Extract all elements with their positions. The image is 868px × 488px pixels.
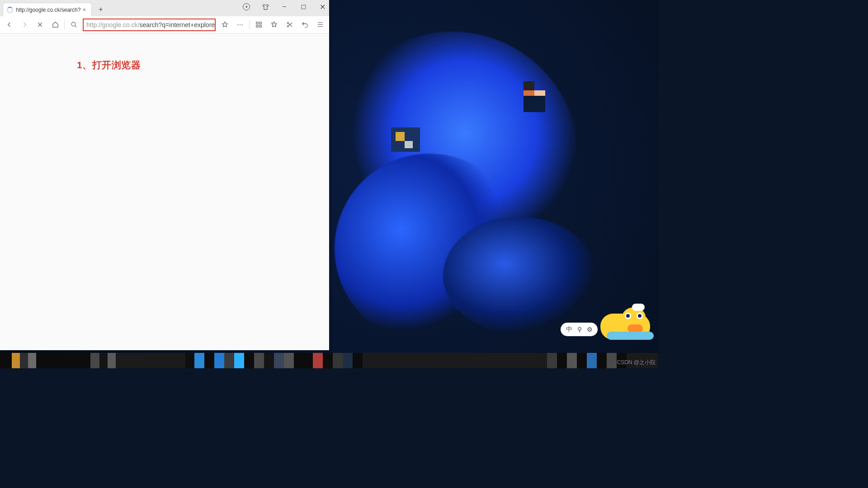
- svg-point-6: [287, 22, 288, 23]
- svg-point-1: [71, 22, 75, 26]
- windows-taskbar[interactable]: [0, 353, 658, 368]
- home-button[interactable]: [49, 19, 61, 31]
- svg-rect-5: [259, 25, 261, 27]
- browser-window: http://google.co.ck/search? × + ▾ − ✕: [0, 0, 329, 350]
- loading-spinner-icon: [7, 7, 13, 13]
- page-annotation-text: 1、打开浏览器: [0, 33, 329, 71]
- svg-rect-4: [256, 25, 258, 27]
- censor-block: [391, 127, 420, 152]
- ime-mode[interactable]: 中: [566, 325, 572, 333]
- new-tab-button[interactable]: +: [96, 5, 105, 14]
- hamburger-menu-icon[interactable]: [314, 19, 326, 31]
- maximize-button[interactable]: [298, 2, 308, 12]
- svg-point-7: [287, 25, 288, 27]
- tab-close-icon[interactable]: ×: [80, 6, 88, 13]
- tab-title: http://google.co.ck/search?: [16, 7, 80, 13]
- browser-tab[interactable]: http://google.co.ck/search? ×: [3, 3, 92, 16]
- browser-toolbar: http://google.co.ck/search?q=internet+ex…: [0, 16, 329, 33]
- more-button[interactable]: ···: [234, 19, 246, 31]
- separator: [64, 20, 65, 30]
- apps-grid-icon[interactable]: [252, 19, 265, 31]
- address-bar[interactable]: http://google.co.ck/search?q=internet+ex…: [83, 19, 216, 31]
- url-path: search?q=internet+explorer+: [140, 21, 216, 28]
- minimize-button[interactable]: −: [279, 2, 289, 12]
- ime-skin-icon[interactable]: ⚲: [577, 326, 582, 333]
- tab-strip: http://google.co.ck/search? × + ▾ − ✕: [0, 0, 329, 16]
- scissors-icon[interactable]: [283, 19, 296, 31]
- svg-rect-2: [256, 22, 258, 24]
- search-icon[interactable]: [67, 19, 80, 31]
- csdn-watermark: CSDN @之小院: [617, 359, 656, 366]
- favorite-star-icon[interactable]: [218, 19, 231, 31]
- screenshot-region: 中 ⚲ ⚙ http://google.co.ck/search? × + ▾: [0, 0, 658, 368]
- undo-icon[interactable]: [298, 19, 311, 31]
- svg-rect-0: [302, 5, 306, 9]
- ime-pill[interactable]: 中 ⚲ ⚙: [561, 323, 598, 336]
- stop-button[interactable]: [33, 19, 46, 31]
- svg-rect-3: [259, 22, 261, 24]
- back-button[interactable]: [3, 19, 15, 31]
- censor-block: [524, 81, 534, 90]
- window-close-button[interactable]: ✕: [317, 2, 327, 12]
- gear-icon[interactable]: ⚙: [587, 326, 593, 333]
- forward-button[interactable]: [18, 19, 31, 31]
- url-host: http://google.co.ck/: [86, 21, 140, 28]
- separator: [249, 20, 250, 30]
- ime-mascot-duck: [600, 314, 650, 340]
- favorites-hub-icon[interactable]: [268, 19, 280, 31]
- ime-toolbar: 中 ⚲ ⚙: [557, 310, 652, 343]
- shield-icon[interactable]: ▾: [241, 2, 251, 12]
- shirt-icon[interactable]: [260, 2, 270, 12]
- censor-block: [524, 90, 545, 112]
